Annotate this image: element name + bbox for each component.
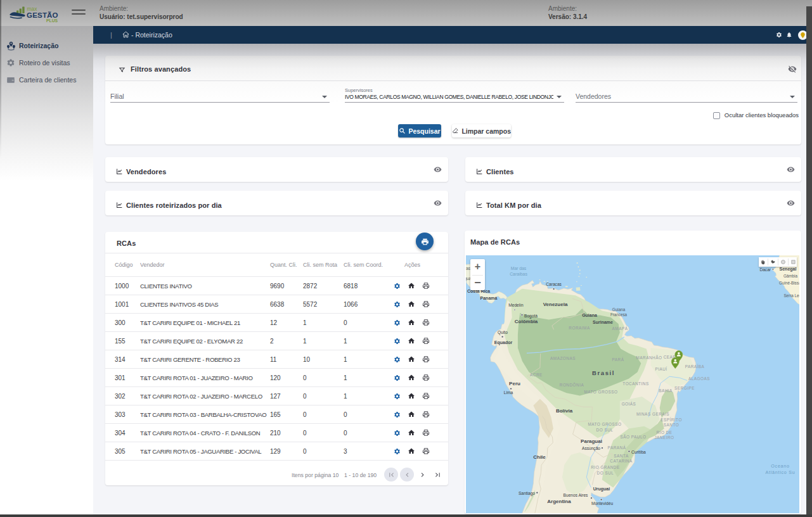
svg-text:Equador: Equador <box>494 340 513 345</box>
svg-text:PARAÍBA: PARAÍBA <box>685 364 705 369</box>
svg-text:PARANÁ: PARANÁ <box>608 445 626 450</box>
svg-text:BAHIA: BAHIA <box>659 388 673 393</box>
svg-text:SÃO PAULO: SÃO PAULO <box>621 434 647 439</box>
svg-text:Buenos Aires: Buenos Aires <box>564 493 589 497</box>
svg-text:Chile: Chile <box>533 454 546 460</box>
svg-text:Mar das: Mar das <box>511 266 527 271</box>
svg-text:PARÁ: PARÁ <box>612 357 624 362</box>
svg-text:TOCANTINS: TOCANTINS <box>622 381 648 386</box>
svg-text:MARANHÃO: MARANHÃO <box>636 355 662 360</box>
svg-text:DO SUL: DO SUL <box>596 428 614 432</box>
svg-text:AMAZONAS: AMAZONAS <box>550 356 576 361</box>
svg-text:DO SUL: DO SUL <box>597 471 614 475</box>
svg-text:Assunção: Assunção <box>582 446 600 451</box>
svg-text:Atlântico Su: Atlântico Su <box>766 469 796 475</box>
svg-text:Guiné-Bissau: Guiné-Bissau <box>779 281 799 285</box>
svg-text:CATARINA: CATARINA <box>610 459 633 463</box>
svg-text:PIAUÍ: PIAUÍ <box>655 366 667 371</box>
svg-text:RONDÔNIA: RONDÔNIA <box>560 382 584 387</box>
svg-text:Lima: Lima <box>504 390 513 395</box>
svg-text:GOIÁS: GOIÁS <box>622 401 636 406</box>
svg-text:Caracas: Caracas <box>546 282 562 286</box>
svg-text:Paraguai: Paraguai <box>581 438 602 444</box>
svg-text:Brasil: Brasil <box>592 369 615 376</box>
svg-text:RIO GRANDE: RIO GRANDE <box>591 465 619 469</box>
svg-text:JANEIRO: JANEIRO <box>654 435 674 440</box>
svg-text:ALAGOAS: ALAGOAS <box>688 376 710 381</box>
svg-text:Gâmbia: Gâmbia <box>783 274 798 278</box>
svg-text:PLUS: PLUS <box>46 18 58 23</box>
svg-text:Francesa: Francesa <box>610 312 628 317</box>
svg-text:Medelín: Medelín <box>508 303 524 307</box>
svg-text:AMAPÁ: AMAPÁ <box>612 326 628 331</box>
svg-text:SERGIPE: SERGIPE <box>674 386 695 390</box>
svg-text:MATO GROSSO: MATO GROSSO <box>584 390 617 394</box>
svg-text:Peru: Peru <box>509 381 520 386</box>
svg-text:Senegal: Senegal <box>780 267 797 272</box>
svg-text:SANTO: SANTO <box>664 423 679 427</box>
svg-text:Guiana: Guiana <box>612 307 626 312</box>
svg-text:Dacar: Dacar <box>759 267 771 272</box>
svg-text:Quito: Quito <box>498 330 508 335</box>
svg-text:MATO GROSSO: MATO GROSSO <box>588 422 621 426</box>
svg-text:Suriname: Suriname <box>593 320 613 324</box>
svg-text:Bolívia: Bolívia <box>556 408 573 414</box>
svg-text:Oceano: Oceano <box>771 463 789 469</box>
svg-text:Venezuela: Venezuela <box>543 302 568 307</box>
svg-text:Honduras: Honduras <box>466 266 470 271</box>
svg-text:RORAIMA: RORAIMA <box>569 326 590 330</box>
svg-text:Curitiba: Curitiba <box>631 450 646 454</box>
svg-text:Guiana: Guiana <box>582 313 597 317</box>
svg-text:Santiago: Santiago <box>519 491 535 496</box>
svg-text:RIO DE: RIO DE <box>656 430 672 435</box>
svg-text:Montevidéu: Montevidéu <box>591 501 613 506</box>
svg-text:Panamá: Panamá <box>480 296 498 300</box>
svg-text:Serra Leoa: Serra Leoa <box>783 293 799 298</box>
svg-text:Caraíbas: Caraíbas <box>510 272 527 276</box>
svg-text:MINAS GERAIS: MINAS GERAIS <box>636 412 669 416</box>
svg-text:SANTA: SANTA <box>614 454 629 458</box>
svg-text:Colômbia: Colômbia <box>515 319 538 324</box>
svg-text:Argentina: Argentina <box>547 499 571 504</box>
svg-text:ESPÍRITO: ESPÍRITO <box>661 417 682 422</box>
svg-text:Uruguai: Uruguai <box>593 487 610 492</box>
svg-text:ACRE: ACRE <box>530 373 543 377</box>
svg-text:Bogotá: Bogotá <box>524 314 538 319</box>
